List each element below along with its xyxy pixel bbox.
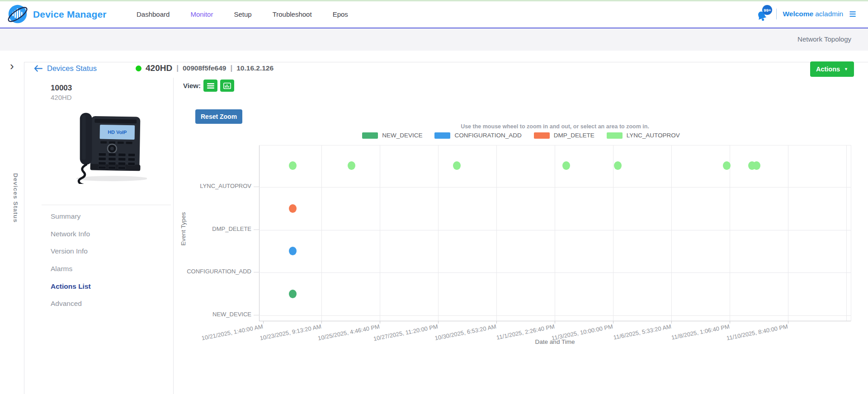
data-point-lync_autoprov[interactable] [289,161,297,170]
data-point-new_device[interactable] [289,290,297,298]
device-title: 420HD [146,63,172,73]
vertical-gridline [846,145,847,321]
x-tick-label: 11/6/2025, 5:33:20 AM [568,323,672,350]
menu-item-version-info[interactable]: Version Info [51,247,88,255]
menu-item-advanced[interactable]: Advanced [51,300,82,308]
username: acladmin [815,10,843,18]
x-tick-mark [263,321,264,324]
vertical-gridline [321,145,322,321]
legend-swatch [434,132,450,139]
brand-name: Device Manager [33,9,107,20]
x-tick-mark [613,321,613,324]
horizontal-gridline [259,187,851,188]
y-category-label: NEW_DEVICE [184,311,251,318]
y-category-label: LYNC_AUTOPROV [184,183,251,189]
vertical-gridline [730,145,730,321]
y-tick-mark [254,315,259,315]
title-separator: | [176,64,179,73]
plot-area[interactable] [259,145,851,321]
x-tick-label: 10/30/2025, 6:53:20 AM [393,323,497,350]
back-arrow-icon [34,65,42,72]
y-category-label: DMP_DELETE [184,225,251,232]
list-view-icon [207,83,214,89]
nav-item-dashboard[interactable]: Dashboard [137,10,170,18]
data-point-lync_autoprov[interactable] [562,161,570,170]
x-tick-label: 10/27/2025, 11:20:00 PM [335,323,439,350]
device-mac: 00908f5fe649 [183,64,226,72]
vertical-gridline [496,145,497,321]
x-tick-label: 11/1/2025, 2:26:40 PM [452,323,555,350]
data-point-lync_autoprov[interactable] [723,161,731,170]
legend-swatch [534,132,550,139]
x-tick-mark [321,321,322,324]
nav-item-setup[interactable]: Setup [234,10,251,18]
y-category-label: CONFIGURATION_ADD [184,268,251,275]
notifications-button[interactable]: 99+ [756,6,770,22]
phone-screen-text: HD VoIP [108,129,127,135]
legend-item[interactable]: CONFIGURATION_ADD [434,132,521,139]
caret-down-icon: ▼ [844,67,848,71]
y-tick-mark [254,187,259,187]
vertical-gridline [438,145,439,321]
reset-zoom-button[interactable]: Reset Zoom [195,109,242,124]
user-menu[interactable]: Welcomeacladmin [783,10,843,18]
welcome-label: Welcome [783,10,813,18]
chart-view-icon [223,83,231,89]
legend-item[interactable]: NEW_DEVICE [362,132,422,139]
x-tick-mark [438,321,439,324]
legend-label: NEW_DEVICE [382,132,422,139]
x-tick-label: 11/8/2025, 1:06:40 PM [627,323,730,350]
device-ip: 10.16.2.126 [236,64,274,72]
horizontal-gridline [259,230,851,230]
notification-count-badge: 99+ [762,5,772,15]
x-tick-mark [380,321,380,324]
legend-item[interactable]: DMP_DELETE [534,132,594,139]
legend-swatch [607,132,623,139]
device-status-dot [136,66,142,71]
y-axis-line [259,145,259,321]
data-point-lync_autoprov[interactable] [614,161,622,170]
vertical-gridline [380,145,380,321]
data-point-lync_autoprov[interactable] [753,161,760,170]
expand-rail-chevron-icon[interactable]: › [10,60,14,72]
x-tick-label: 10/23/2025, 9:13:20 AM [218,323,322,350]
view-list-button[interactable] [203,80,217,92]
back-to-devices-status-link[interactable]: Devices Status [34,64,97,73]
content-top-border [24,62,868,62]
back-link-label: Devices Status [47,64,97,73]
data-point-lync_autoprov[interactable] [453,161,461,170]
nav-links: Dashboard Monitor Setup Troubleshoot Epo… [137,1,348,27]
x-tick-label: 11/3/2025, 10:00:00 PM [510,323,613,350]
device-photo: HD VoIP [72,101,147,184]
menu-item-network-info[interactable]: Network Info [51,230,90,238]
brand[interactable]: Device Manager [6,3,107,26]
y-tick-mark [254,272,259,272]
network-topology-link[interactable]: Network Topology [797,35,851,43]
x-tick-mark [555,321,555,324]
data-point-lync_autoprov[interactable] [348,161,355,170]
data-point-dmp_delete[interactable] [289,204,297,213]
view-label: View: [183,82,201,89]
nav-item-epos[interactable]: Epos [333,10,348,18]
actions-button-label: Actions [816,66,840,73]
nav-item-troubleshoot[interactable]: Troubleshoot [273,10,312,18]
nav-right-cluster: 99+ Welcomeacladmin ≡ [756,1,856,27]
nav-item-monitor[interactable]: Monitor [190,10,213,18]
view-chart-button[interactable] [220,80,234,92]
x-tick-mark [496,321,497,324]
menu-item-actions-list[interactable]: Actions List [51,282,91,291]
actions-dropdown-button[interactable]: Actions ▼ [810,61,854,77]
x-tick-label: 10/25/2025, 4:46:40 PM [277,323,380,350]
device-manager-logo-icon [6,3,29,26]
navbar: Device Manager Dashboard Monitor Setup T… [0,1,868,28]
vertical-gridline [788,145,788,321]
horizontal-gridline [259,272,851,273]
vertical-gridline [555,145,555,321]
menu-item-alarms[interactable]: Alarms [51,265,72,273]
legend-label: CONFIGURATION_ADD [454,132,521,139]
hamburger-menu-icon[interactable]: ≡ [849,8,856,20]
data-point-configuration_add[interactable] [289,247,297,255]
legend-item[interactable]: LYNC_AUTOPROV [607,132,680,139]
horizontal-gridline [259,315,851,316]
menu-item-summary[interactable]: Summary [51,212,80,220]
